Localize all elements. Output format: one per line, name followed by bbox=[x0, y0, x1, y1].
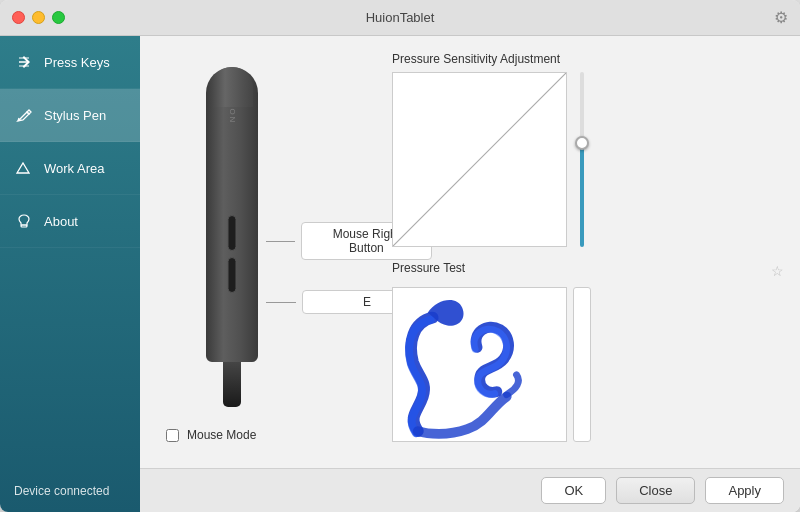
pressure-test-section: Pressure Test ☆ bbox=[392, 261, 784, 452]
work-area-icon bbox=[14, 158, 34, 178]
content-area: HUION bbox=[140, 36, 800, 512]
sidebar: Press Keys Stylus Pen Wo bbox=[0, 36, 140, 512]
pressure-slider[interactable] bbox=[573, 72, 591, 247]
pressure-chart bbox=[392, 72, 567, 247]
close-button[interactable] bbox=[12, 11, 25, 24]
device-status: Device connected bbox=[0, 470, 140, 512]
pressure-sensitivity-section: Pressure Sensitivity Adjustment bbox=[392, 52, 784, 247]
svg-line-1 bbox=[393, 73, 566, 246]
pen-tip bbox=[223, 362, 241, 407]
mouse-mode-label: Mouse Mode bbox=[187, 428, 256, 442]
star-icon: ☆ bbox=[771, 263, 784, 279]
pressure-canvas[interactable] bbox=[392, 287, 567, 442]
window-title: HuionTablet bbox=[366, 10, 435, 25]
sidebar-item-work-area[interactable]: Work Area bbox=[0, 142, 140, 195]
pressure-canvas-wrap bbox=[392, 287, 784, 442]
sidebar-item-stylus-pen[interactable]: Stylus Pen bbox=[0, 89, 140, 142]
sidebar-item-about[interactable]: About bbox=[0, 195, 140, 248]
mouse-mode-row: Mouse Mode bbox=[166, 428, 256, 442]
main-content: Press Keys Stylus Pen Wo bbox=[0, 36, 800, 512]
pen-section: HUION bbox=[156, 52, 376, 452]
content-main: HUION bbox=[140, 36, 800, 468]
traffic-lights bbox=[12, 11, 65, 24]
minimize-button[interactable] bbox=[32, 11, 45, 24]
sidebar-item-press-keys[interactable]: Press Keys bbox=[0, 36, 140, 89]
settings-button[interactable]: ⚙ bbox=[774, 8, 788, 27]
pressure-stroke-svg bbox=[393, 288, 566, 441]
stylus-pen-icon bbox=[14, 105, 34, 125]
pressure-test-indicator bbox=[573, 287, 591, 442]
right-panels: Pressure Sensitivity Adjustment bbox=[392, 52, 784, 452]
ok-button[interactable]: OK bbox=[541, 477, 606, 504]
pressure-diagonal-svg bbox=[393, 73, 566, 246]
apply-button[interactable]: Apply bbox=[705, 477, 784, 504]
about-icon bbox=[14, 211, 34, 231]
footer: OK Close Apply bbox=[140, 468, 800, 512]
sidebar-label-about: About bbox=[44, 214, 78, 229]
pressure-chart-wrap bbox=[392, 72, 784, 247]
main-window: HuionTablet ⚙ Press Keys bbox=[0, 0, 800, 512]
svg-rect-0 bbox=[21, 225, 27, 227]
pressure-sensitivity-label: Pressure Sensitivity Adjustment bbox=[392, 52, 784, 66]
pressure-test-header: Pressure Test ☆ bbox=[392, 261, 784, 281]
close-button-footer[interactable]: Close bbox=[616, 477, 695, 504]
sidebar-label-press-keys: Press Keys bbox=[44, 55, 110, 70]
press-keys-icon bbox=[14, 52, 34, 72]
pressure-slider-wrap bbox=[573, 72, 591, 247]
pen-button-1 bbox=[228, 215, 237, 251]
pen-button-2 bbox=[228, 257, 237, 293]
mouse-mode-checkbox[interactable] bbox=[166, 429, 179, 442]
sidebar-label-stylus-pen: Stylus Pen bbox=[44, 108, 106, 123]
maximize-button[interactable] bbox=[52, 11, 65, 24]
sidebar-label-work-area: Work Area bbox=[44, 161, 104, 176]
title-bar: HuionTablet ⚙ bbox=[0, 0, 800, 36]
